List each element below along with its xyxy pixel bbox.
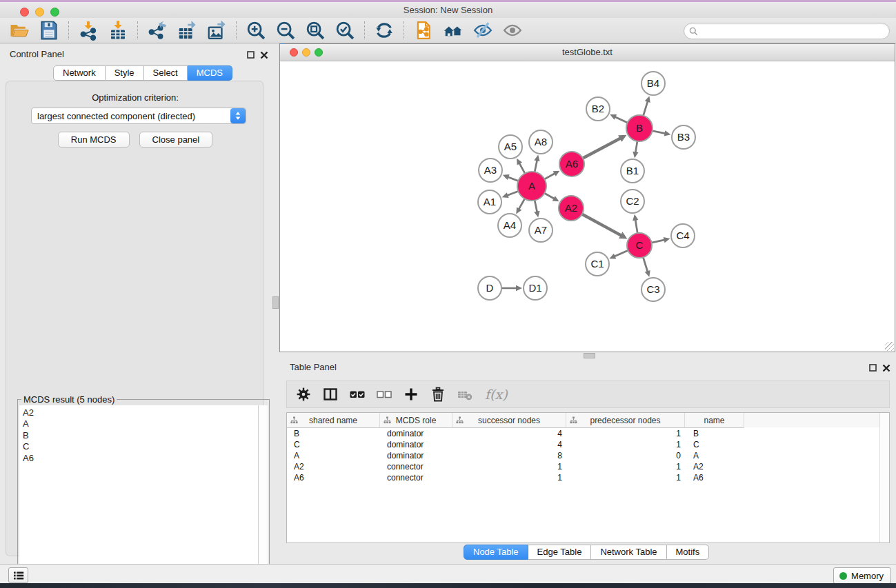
home-layout-icon[interactable]	[443, 20, 464, 41]
graph-node-A5[interactable]: A5	[499, 135, 522, 159]
graph-node-A[interactable]: A	[517, 172, 546, 201]
zoom-fit-icon[interactable]	[305, 20, 326, 41]
tab-edge-table[interactable]: Edge Table	[528, 545, 592, 560]
graph-node-C2[interactable]: C2	[621, 190, 644, 213]
close-panel-icon[interactable]	[259, 50, 269, 60]
result-list-item[interactable]: A6	[23, 453, 259, 464]
import-network-icon[interactable]	[78, 20, 99, 41]
graph-node-A8[interactable]: A8	[529, 130, 552, 154]
graph-node-A6[interactable]: A6	[559, 152, 584, 176]
function-builder-icon[interactable]: f(x)	[485, 387, 508, 402]
export-network-icon[interactable]	[147, 20, 168, 41]
close-table-panel-icon[interactable]	[882, 363, 891, 373]
graph-node-B1[interactable]: B1	[621, 159, 644, 183]
close-network-window-button[interactable]	[290, 48, 298, 57]
save-session-icon[interactable]	[39, 20, 59, 41]
graph-node-C[interactable]: C	[627, 233, 652, 258]
minimize-window-button[interactable]	[35, 8, 44, 17]
show-all-eye-icon[interactable]	[502, 20, 523, 41]
column-type-icon	[290, 416, 298, 424]
graph-node-A1[interactable]: A1	[478, 190, 501, 214]
table-tabs: Node Table Edge Table Network Table Moti…	[464, 545, 709, 560]
table-vertical-scrollbar[interactable]	[879, 413, 889, 543]
tab-network-table[interactable]: Network Table	[591, 545, 666, 560]
graph-node-A2[interactable]: A2	[559, 196, 584, 221]
graph-node-B[interactable]: B	[626, 115, 653, 141]
column-header-mcds-role[interactable]: MCDS role	[380, 413, 452, 428]
network-canvas[interactable]: B4B2BB3A5A8A6A3B1AA1C2A2A4A7C4CC1DD1C3	[280, 61, 895, 352]
column-settings-gear-icon[interactable]	[295, 386, 312, 403]
column-header-name[interactable]: name	[685, 413, 744, 428]
tab-mcds[interactable]: MCDS	[188, 65, 232, 81]
graph-node-A7[interactable]: A7	[529, 219, 552, 242]
table-row[interactable]: A6connector11A6	[287, 472, 889, 483]
task-history-button[interactable]	[8, 567, 28, 583]
hide-selected-eye-slash-icon[interactable]	[472, 20, 493, 41]
import-table-icon[interactable]	[108, 20, 128, 41]
add-row-icon[interactable]	[403, 386, 419, 403]
close-window-button[interactable]	[20, 8, 29, 17]
new-network-from-selection-icon[interactable]	[413, 20, 434, 41]
table-row[interactable]: Adominator80A	[287, 450, 889, 461]
table-row[interactable]: Bdominator41B	[287, 428, 889, 439]
desktop-horizontal-scrollbar[interactable]	[584, 353, 595, 358]
column-header-successor-nodes[interactable]: successor nodes	[452, 413, 566, 428]
graph-node-B2[interactable]: B2	[586, 97, 610, 121]
tab-node-table[interactable]: Node Table	[464, 545, 528, 560]
zoom-window-button[interactable]	[50, 8, 59, 17]
float-table-panel-icon[interactable]	[868, 363, 878, 373]
tab-motifs[interactable]: Motifs	[667, 545, 710, 560]
svg-text:A1: A1	[484, 196, 496, 207]
zoom-out-icon[interactable]	[275, 20, 296, 41]
close-panel-button[interactable]: Close panel	[139, 132, 213, 148]
graph-node-A4[interactable]: A4	[498, 214, 521, 237]
graph-node-B3[interactable]: B3	[672, 125, 695, 149]
zoom-selected-icon[interactable]	[335, 20, 355, 41]
graph-node-B4[interactable]: B4	[641, 72, 665, 95]
column-header-shared-name[interactable]: shared name	[287, 413, 380, 428]
show-columns-icon[interactable]	[322, 386, 339, 403]
result-list-item[interactable]: A2	[23, 407, 259, 418]
table-row[interactable]: Cdominator41C	[287, 439, 889, 450]
graph-node-C4[interactable]: C4	[671, 224, 695, 247]
result-list-item[interactable]: B	[23, 430, 259, 441]
open-session-icon[interactable]	[9, 20, 30, 41]
export-image-icon[interactable]	[206, 20, 227, 41]
float-panel-icon[interactable]	[246, 50, 256, 60]
resize-grip[interactable]	[885, 342, 894, 351]
column-header-predecessor-nodes[interactable]: predecessor nodes	[566, 413, 685, 428]
table-cell: A	[287, 450, 380, 461]
svg-text:C3: C3	[646, 283, 659, 295]
table-row[interactable]: A2connector11A2	[287, 461, 889, 472]
criterion-dropdown[interactable]: largest connected component (directed)	[31, 108, 246, 124]
graph-node-C3[interactable]: C3	[641, 278, 665, 301]
minimize-network-window-button[interactable]	[302, 48, 310, 57]
delete-table-icon[interactable]	[457, 386, 473, 403]
desktop-vertical-scrollbar[interactable]	[272, 296, 279, 309]
result-list-item[interactable]: A	[23, 418, 259, 429]
tab-style[interactable]: Style	[106, 65, 144, 81]
result-list-scrollbar[interactable]	[258, 405, 268, 588]
zoom-network-window-button[interactable]	[315, 48, 323, 57]
search-input[interactable]	[701, 24, 889, 38]
tab-network[interactable]: Network	[53, 65, 106, 81]
graph-node-D[interactable]: D	[478, 276, 501, 300]
tab-select[interactable]: Select	[144, 65, 188, 81]
column-type-icon	[384, 416, 391, 424]
network-graph[interactable]: B4B2BB3A5A8A6A3B1AA1C2A2A4A7C4CC1DD1C3	[280, 61, 895, 352]
export-table-icon[interactable]	[177, 20, 197, 41]
run-mcds-button[interactable]: Run MCDS	[58, 132, 130, 148]
mcds-result-list[interactable]: A2ABCA6	[19, 405, 259, 588]
search-box[interactable]	[684, 23, 890, 39]
delete-rows-trash-icon[interactable]	[430, 386, 446, 403]
network-window-title-bar[interactable]: testGlobe.txt	[280, 44, 895, 61]
graph-node-C1[interactable]: C1	[586, 252, 609, 276]
deselect-all-checkboxes-icon[interactable]	[376, 386, 392, 403]
memory-button[interactable]: Memory	[833, 567, 891, 584]
refresh-icon[interactable]	[374, 20, 395, 41]
select-all-checkboxes-icon[interactable]	[349, 386, 366, 403]
graph-node-D1[interactable]: D1	[524, 276, 547, 300]
result-list-item[interactable]: C	[23, 441, 259, 452]
zoom-in-icon[interactable]	[246, 20, 266, 41]
graph-node-A3[interactable]: A3	[479, 159, 502, 182]
